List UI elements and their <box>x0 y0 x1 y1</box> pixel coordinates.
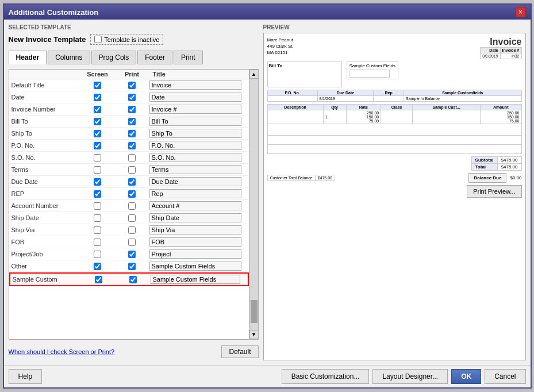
screen-cb-ship-to[interactable] <box>94 130 101 137</box>
preview-header: Marc Peanut 449 Clark St. MA 02151 Invoi… <box>267 37 522 59</box>
template-row: New Invoice Template Template is inactiv… <box>9 34 259 45</box>
inactive-checkbox[interactable] <box>94 36 102 43</box>
close-button[interactable]: × <box>516 7 526 17</box>
preview-label: PREVIEW <box>263 24 526 30</box>
screen-cb-account-number[interactable] <box>94 202 101 210</box>
table-row: Account Number <box>9 200 249 212</box>
tab-footer[interactable]: Footer <box>137 51 172 64</box>
tab-header[interactable]: Header <box>9 51 47 64</box>
balance-due-button[interactable]: Balance Due <box>468 173 506 183</box>
tab-columns[interactable]: Columns <box>48 51 90 64</box>
print-cb-invoice-number[interactable] <box>128 106 136 113</box>
template-name: New Invoice Template <box>9 35 86 44</box>
screen-cb-po-no[interactable] <box>94 142 101 149</box>
print-cb-default-title[interactable] <box>128 82 136 89</box>
tab-print[interactable]: Print <box>174 51 203 64</box>
print-cb-project-job[interactable] <box>128 251 136 258</box>
screen-cb-fob[interactable] <box>94 239 101 246</box>
screen-cb-due-date[interactable] <box>94 178 101 186</box>
title-input-project-job[interactable] <box>149 249 242 259</box>
inactive-checkbox-row: Template is inactive <box>90 34 163 45</box>
table-row: P.O. No. <box>9 140 249 152</box>
title-input-fob[interactable] <box>149 237 242 247</box>
table-scroll[interactable]: Screen Print Title Default Title Date <box>9 70 249 339</box>
screen-cb-ship-date[interactable] <box>94 214 101 222</box>
print-cb-fob[interactable] <box>128 239 136 246</box>
title-input-po-no[interactable] <box>149 141 242 150</box>
screen-cb-so-no[interactable] <box>94 154 101 162</box>
help-link[interactable]: When should I check Screen or Print? <box>9 348 115 355</box>
custom-fields-box: Sample Custom Fields <box>347 62 398 79</box>
title-input-default-title[interactable] <box>149 80 242 90</box>
print-cb-bill-to[interactable] <box>128 118 136 125</box>
table-row: Invoice Number <box>9 103 249 116</box>
bill-to-area: Bill To <box>267 62 342 87</box>
basic-customization-button[interactable]: Basic Customization... <box>282 369 370 384</box>
col-header-field <box>11 71 80 78</box>
print-cb-other[interactable] <box>128 263 136 270</box>
screen-cb-default-title[interactable] <box>94 82 101 89</box>
title-input-sample-custom[interactable] <box>151 275 241 284</box>
title-input-so-no[interactable] <box>149 153 242 162</box>
screen-cb-bill-to[interactable] <box>94 118 101 125</box>
print-cb-ship-via[interactable] <box>128 226 136 234</box>
table-row: Date <box>9 91 249 103</box>
tab-prog-cols[interactable]: Prog Cols <box>91 51 137 64</box>
customer-balance-table: Customer Total Balance $475.00 <box>267 175 336 181</box>
tabs: Header Columns Prog Cols Footer Print <box>9 51 259 64</box>
print-cb-ship-to[interactable] <box>128 130 136 137</box>
title-input-date[interactable] <box>149 93 242 102</box>
cancel-button[interactable]: Cancel <box>485 369 525 384</box>
scroll-down-btn[interactable]: ▼ <box>249 330 259 339</box>
screen-cb-invoice-number[interactable] <box>94 106 101 113</box>
table-row: Bill To <box>9 116 249 128</box>
table-row: S.O. No. <box>9 152 249 164</box>
screen-cb-rep[interactable] <box>94 190 101 198</box>
title-input-account-number[interactable] <box>149 201 242 210</box>
title-input-rep[interactable] <box>149 189 242 198</box>
screen-cb-terms[interactable] <box>94 166 101 174</box>
totals-table: Subtotal $475.00 Total $475.00 <box>471 156 522 171</box>
print-cb-so-no[interactable] <box>128 154 136 162</box>
scroll-up-btn[interactable]: ▲ <box>249 70 259 79</box>
preview-line-table: Description Qty Rate Class Sample Cust..… <box>267 104 522 154</box>
title-input-bill-to[interactable] <box>149 117 242 126</box>
table-row: Project/Job <box>9 248 249 260</box>
layout-designer-button[interactable]: Layout Designer... <box>372 369 448 384</box>
title-input-ship-to[interactable] <box>149 129 242 138</box>
table-row: Default Title <box>9 79 249 91</box>
table-container: Screen Print Title Default Title Date <box>9 69 259 340</box>
title-input-due-date[interactable] <box>149 177 242 186</box>
title-input-ship-date[interactable] <box>149 213 242 222</box>
print-preview-button[interactable]: Print Preview... <box>467 185 521 198</box>
print-cb-sample-custom[interactable] <box>129 276 137 283</box>
screen-cb-other[interactable] <box>94 263 101 270</box>
print-cb-date[interactable] <box>128 94 136 101</box>
print-cb-ship-date[interactable] <box>128 214 136 222</box>
col-header-title: Title <box>149 71 247 78</box>
print-cb-account-number[interactable] <box>128 202 136 210</box>
title-input-invoice-number[interactable] <box>149 105 242 114</box>
print-cb-due-date[interactable] <box>128 178 136 186</box>
title-input-terms[interactable] <box>149 165 242 174</box>
help-button[interactable]: Help <box>9 369 43 384</box>
inactive-label: Template is inactive <box>104 36 159 43</box>
balance-due-value: $0.00 <box>510 175 521 180</box>
table-row: Ship Via <box>9 224 249 236</box>
title-input-other[interactable] <box>149 262 242 271</box>
additional-customization-dialog: Additional Customization × SELECTED TEMP… <box>3 3 532 389</box>
screen-cb-sample-custom[interactable] <box>95 276 102 283</box>
table-row: Other <box>9 260 249 272</box>
invoice-title-area: Invoice Date Invoice # 8/1/2019 In32 <box>480 37 521 59</box>
screen-cb-project-job[interactable] <box>94 251 101 258</box>
screen-cb-ship-via[interactable] <box>94 226 101 234</box>
print-cb-rep[interactable] <box>128 190 136 198</box>
title-input-ship-via[interactable] <box>149 225 242 235</box>
print-cb-terms[interactable] <box>128 166 136 174</box>
print-cb-po-no[interactable] <box>128 142 136 149</box>
default-button[interactable]: Default <box>221 345 258 358</box>
col-header-screen: Screen <box>80 71 115 78</box>
screen-cb-date[interactable] <box>94 94 101 101</box>
scrollbar[interactable]: ▲ ▼ <box>249 70 258 339</box>
ok-button[interactable]: OK <box>451 369 481 384</box>
